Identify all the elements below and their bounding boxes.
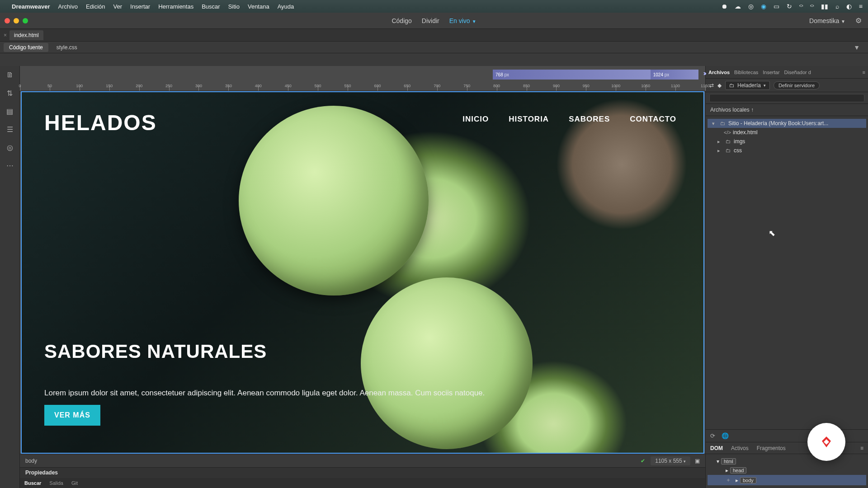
nav-sabores[interactable]: SABORES [569,115,610,124]
menu-sitio[interactable]: Sitio [228,3,240,10]
dom-tab-fragmentos[interactable]: Fragmentos [757,445,786,451]
files-header: Archivos locales ↑ [706,104,868,116]
dom-node-html[interactable]: ▾html [708,457,866,466]
cloud-icon[interactable]: ☁ [735,3,741,10]
files-search-input[interactable] [709,94,864,102]
subtab-source[interactable]: Código fuente [4,43,48,52]
battery-icon[interactable]: ▮▮ [821,3,828,10]
file-tab-index[interactable]: index.html [9,30,43,40]
close-tab-icon[interactable]: × [4,32,7,38]
bottom-tab-git[interactable]: Git [71,480,78,486]
nav-inicio[interactable]: INICIO [462,115,489,124]
define-server-button[interactable]: Definir servidore [774,81,820,89]
add-node-icon[interactable]: ＋ [726,476,731,484]
breakpoint-segment[interactable]: 768 px››››› [493,70,651,80]
control-center-icon[interactable]: ≡ [859,3,863,10]
status-ok-icon[interactable]: ✔ [641,458,645,464]
workspace-switcher[interactable]: Domestika ▼ [809,17,845,24]
domestika-logo-icon [817,433,835,451]
view-switcher: Código Dividir En vivo▼ [392,17,476,24]
status-bar: body ✔ 1105 x 555 ▾ ▣ [20,454,705,467]
zoom-window-button[interactable] [23,18,28,23]
minimize-window-button[interactable] [14,18,19,23]
file-tree-item[interactable]: ▸🗀imgs [708,137,866,146]
viewport-dimensions[interactable]: 1105 x 555 ▾ [651,456,690,465]
file-tree-item[interactable]: </>index.html [708,128,866,137]
timemachine-icon[interactable]: ↻ [787,3,792,10]
bluetooth-icon[interactable]: ⌔ [799,3,803,10]
nav-historia[interactable]: HISTORIA [509,115,549,124]
record-icon[interactable]: ⏺ [721,3,727,10]
target-icon[interactable]: ◎ [5,143,14,152]
chevron-down-icon: ▾ [710,121,717,127]
app-name[interactable]: Dreamweaver [12,3,50,10]
hero-text: Lorem ipsum dolor sit amet, consectetuer… [44,387,640,399]
more-icon[interactable]: ⋯ [5,161,14,170]
chevron-down-icon: ▼ [472,19,476,24]
file-tree: ▾🗀Sitio - Heladería (Monky Book:Users:ar… [706,116,868,158]
menu-ventana[interactable]: Ventana [248,3,269,10]
titlebar: Código Dividir En vivo▼ Domestika ▼ ⚙ [0,13,868,29]
ruler-area: 768 px›››››1024 px››››› 0501001502002503… [20,66,705,91]
breadcrumb[interactable]: body [25,458,37,464]
list-icon[interactable]: ☰ [5,125,14,134]
menu-ayuda[interactable]: Ayuda [278,3,294,10]
dom-tab-activos[interactable]: Activos [731,445,749,451]
menu-herramientas[interactable]: Herramientas [158,3,193,10]
file-manage-icon[interactable]: 🗎 [5,70,14,80]
wifi-icon[interactable]: ⌔ [810,3,814,10]
bottom-tab-salida[interactable]: Salida [49,480,63,486]
dom-node-head[interactable]: ▸head [708,466,866,475]
site-nav: INICIO HISTORIA SABORES CONTACTO [462,115,676,124]
device-preview-icon[interactable]: ▣ [695,458,700,464]
expand-icon[interactable]: ⇅ [5,89,14,98]
menu-edicion[interactable]: Edición [86,3,105,10]
dom-node-body[interactable]: ＋▸body [708,475,866,485]
hero-cta-button[interactable]: VER MÁS [44,405,100,426]
menu-buscar[interactable]: Buscar [202,3,220,10]
panel-tab-disenador[interactable]: Diseñador d [784,70,811,75]
user-icon[interactable]: ◐ [846,3,852,10]
menu-archivo[interactable]: Archivo [58,3,78,10]
spotlight-icon[interactable]: ⌕ [835,3,839,10]
breakpoint-segment[interactable]: 1024 px››››› [651,70,698,80]
settings-gear-icon[interactable]: ⚙ [855,16,862,25]
sort-arrow-icon[interactable]: ↑ [751,107,754,113]
menu-insertar[interactable]: Insertar [130,3,150,10]
nav-contacto[interactable]: CONTACTO [630,115,676,124]
live-preview[interactable]: HELADOS INICIO HISTORIA SABORES CONTACTO… [21,91,704,454]
panel-menu-icon[interactable]: ≡ [860,445,863,451]
menubar-right: ⏺ ☁ ◎ ◉ ▭ ↻ ⌔ ⌔ ▮▮ ⌕ ◐ ≡ [721,3,863,10]
refresh-icon[interactable]: ⟳ [710,432,715,439]
bottom-tab-buscar[interactable]: Buscar [24,480,41,486]
app-window: Código Dividir En vivo▼ Domestika ▼ ⚙ × … [0,13,868,488]
panel-tab-archivos[interactable]: Archivos [708,70,730,75]
panel-tab-bibliotecas[interactable]: Bibliotecas [734,70,758,75]
file-tree-root[interactable]: ▾🗀Sitio - Heladería (Monky Book:Users:ar… [708,119,866,128]
sync-files-icon[interactable]: ◆ [717,82,722,89]
html-file-icon: </> [724,130,730,135]
menu-ver[interactable]: Ver [113,3,123,10]
traffic-lights [5,18,28,23]
properties-panel-header[interactable]: Propiedades [20,467,705,478]
panel-tab-insertar[interactable]: Insertar [763,70,779,75]
globe-icon[interactable]: 🌐 [722,432,729,439]
file-tree-item[interactable]: ▸🗀css [708,146,866,155]
editor-center: 768 px›››››1024 px››››› 0501001502002503… [20,66,705,488]
chevron-right-icon: ▸ [726,467,728,474]
view-live[interactable]: En vivo▼ [449,17,476,24]
display-icon[interactable]: ▭ [774,3,779,10]
css-designer-icon[interactable]: ▤ [5,107,14,116]
panel-menu-icon[interactable]: ≡ [863,70,865,75]
close-window-button[interactable] [5,18,10,23]
sync-icon[interactable]: ◉ [761,3,766,10]
filter-icon[interactable]: ▼ [854,44,864,51]
subtab-stylecss[interactable]: style.css [51,43,83,52]
cc-icon[interactable]: ◎ [748,3,754,10]
ftp-icon[interactable]: ⇄ [709,82,714,89]
dom-tab-dom[interactable]: DOM [710,445,723,451]
site-select[interactable]: 🗀 Heladería ▾ [725,81,770,90]
view-split[interactable]: Dividir [422,17,439,24]
files-search [706,92,868,104]
view-code[interactable]: Código [392,17,411,24]
